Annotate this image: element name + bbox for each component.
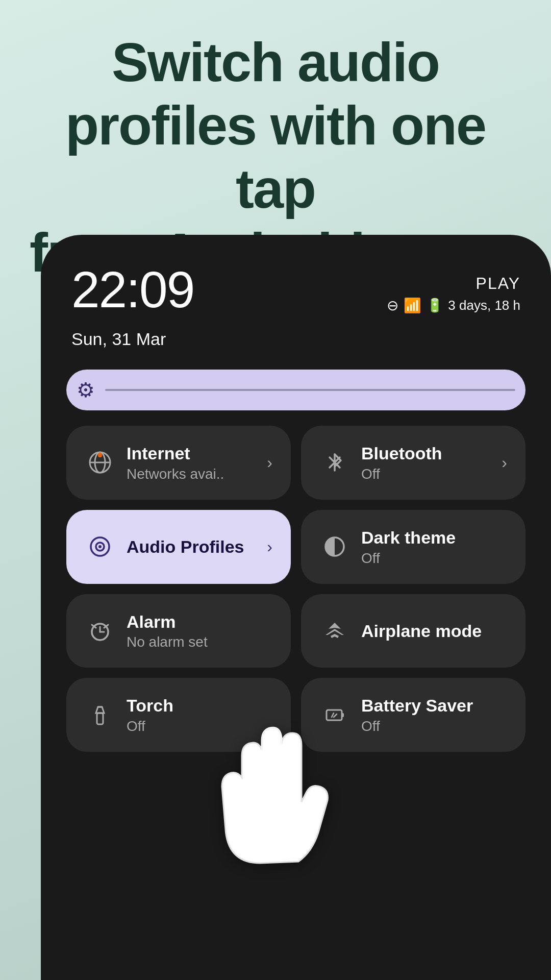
date-display: Sun, 31 Mar <box>71 329 166 349</box>
status-bar: 22:09 PLAY ⊖ 📶 🔋 3 days, 18 h <box>41 235 551 329</box>
tile-row-1: Internet Networks avai.. › Bluetooth <box>66 426 525 500</box>
alarm-tile[interactable]: Alarm No alarm set <box>66 594 291 668</box>
airplane-icon <box>319 616 350 646</box>
svg-rect-14 <box>327 710 342 720</box>
battery-icon: 🔋 <box>427 298 443 313</box>
internet-text: Internet Networks avai.. <box>127 443 256 482</box>
alarm-text: Alarm No alarm set <box>127 611 272 651</box>
dark-theme-tile[interactable]: Dark theme Off <box>301 510 525 584</box>
time-display: 22:09 <box>71 260 194 319</box>
brightness-track <box>105 389 515 391</box>
audio-arrow: › <box>267 537 272 556</box>
tile-row-4: Torch Off Battery Saver <box>66 678 525 752</box>
svg-line-16 <box>332 713 334 717</box>
dnd-icon: ⊖ <box>387 297 398 314</box>
page-wrapper: Switch audio profiles with one tap from … <box>0 0 551 980</box>
internet-arrow: › <box>267 453 272 472</box>
status-icons: ⊖ 📶 🔋 3 days, 18 h <box>387 297 520 314</box>
battery-saver-text: Battery Saver Off <box>361 695 507 734</box>
svg-rect-15 <box>342 713 344 717</box>
alarm-icon <box>85 616 115 646</box>
svg-rect-12 <box>97 713 103 724</box>
audio-profiles-tile[interactable]: Audio Profiles › <box>66 510 291 584</box>
audio-text: Audio Profiles <box>127 536 256 557</box>
brightness-icon: ⚙ <box>77 378 95 402</box>
airplane-tile[interactable]: Airplane mode <box>301 594 525 668</box>
dark-theme-text: Dark theme Off <box>361 527 507 567</box>
bluetooth-icon <box>319 447 350 478</box>
battery-saver-tile[interactable]: Battery Saver Off <box>301 678 525 752</box>
airplane-text: Airplane mode <box>361 621 507 642</box>
signal-icon: 📶 <box>404 297 421 314</box>
brightness-control[interactable]: ⚙ <box>66 370 525 410</box>
status-right: PLAY ⊖ 📶 🔋 3 days, 18 h <box>387 274 520 319</box>
battery-text: 3 days, 18 h <box>448 298 520 313</box>
internet-icon <box>85 447 115 478</box>
phone-frame: 22:09 PLAY ⊖ 📶 🔋 3 days, 18 h Sun, 31 Ma… <box>41 235 551 980</box>
internet-tile[interactable]: Internet Networks avai.. › <box>66 426 291 500</box>
torch-tile[interactable]: Torch Off <box>66 678 291 752</box>
tile-row-2: Audio Profiles › Dark theme Off <box>66 510 525 584</box>
date-bar: Sun, 31 Mar <box>41 329 551 364</box>
svg-line-17 <box>334 714 337 717</box>
svg-point-7 <box>98 545 102 548</box>
bluetooth-tile[interactable]: Bluetooth Off › <box>301 426 525 500</box>
bluetooth-text: Bluetooth Off <box>361 443 490 482</box>
battery-saver-icon <box>319 700 350 730</box>
play-label: PLAY <box>476 274 520 293</box>
quick-tiles: Internet Networks avai.. › Bluetooth <box>41 426 551 752</box>
bluetooth-arrow: › <box>502 453 507 472</box>
dark-theme-icon <box>319 531 350 562</box>
tile-row-3: Alarm No alarm set Airplane mode <box>66 594 525 668</box>
torch-icon <box>85 700 115 730</box>
torch-text: Torch Off <box>127 695 272 734</box>
audio-icon <box>85 531 115 562</box>
